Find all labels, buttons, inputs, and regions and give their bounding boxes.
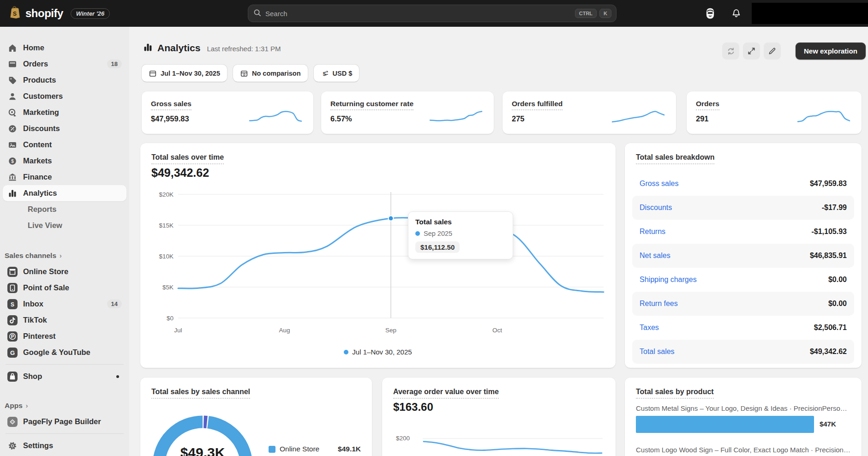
edit-button[interactable] — [764, 42, 781, 60]
sidebar-item-live-view[interactable]: Live View — [3, 217, 126, 234]
sidekick-icon — [705, 7, 715, 19]
metric-card-returning-customer-rate[interactable]: Returning customer rate 6.57% — [321, 91, 494, 134]
sidebar-divider — [6, 433, 124, 434]
expand-button[interactable] — [743, 42, 760, 60]
shopify-bag-icon: S — [8, 6, 21, 21]
sparkline-chart — [428, 106, 484, 126]
notifications-button[interactable] — [728, 6, 744, 21]
table-row: Taxes$2,506.71 — [632, 316, 854, 340]
chart-title[interactable]: Total sales by product — [636, 388, 714, 399]
online-store-icon — [7, 267, 18, 277]
tooltip-series-dot — [415, 231, 420, 236]
sidebar-item-pinterest[interactable]: P Pinterest — [3, 328, 126, 344]
svg-text:$20K: $20K — [159, 191, 174, 198]
tiktok-icon — [7, 315, 18, 325]
expand-icon — [747, 47, 756, 55]
sync-icon — [726, 47, 736, 56]
apps-header[interactable]: Apps › — [0, 397, 129, 414]
sidebar-spacer — [0, 234, 129, 247]
sales-channels-header[interactable]: Sales channels › — [0, 247, 129, 264]
taxes-link[interactable]: Taxes — [640, 324, 659, 332]
auto-refresh-button[interactable] — [722, 42, 739, 60]
sidebar-item-point-of-sale[interactable]: Point of Sale — [3, 280, 126, 296]
legend-swatch-icon — [269, 446, 275, 453]
product-label[interactable]: Custom Logo Wood Sign – Full Color, Exac… — [636, 446, 851, 454]
sidebar-item-customers[interactable]: Customers — [3, 88, 126, 104]
sidebar-item-inbox[interactable]: S Inbox 14 — [3, 296, 126, 312]
total-sales-line-chart[interactable]: $20K$15K$10K$5K$0JulAugSepOct — [151, 189, 605, 342]
sidebar-item-google-youtube[interactable]: G Google & YouTube — [3, 344, 126, 360]
metric-card-gross-sales[interactable]: Gross sales $47,959.83 — [142, 91, 313, 134]
discount-badge-icon — [7, 124, 18, 134]
total-sales-link[interactable]: Total sales — [640, 348, 675, 356]
sidebar-item-tiktok[interactable]: TikTok — [3, 312, 126, 328]
sidebar-item-pagefly[interactable]: PageFly Page Builder — [3, 414, 126, 430]
return-fees-link[interactable]: Return fees — [640, 300, 678, 308]
sidebar-item-settings[interactable]: Settings — [3, 438, 126, 454]
sidebar-item-reports[interactable]: Reports — [3, 201, 126, 217]
product-label[interactable]: Custom Metal Signs – Your Logo, Design &… — [636, 404, 851, 412]
comparison-filter[interactable]: No comparison — [233, 65, 308, 82]
tooltip-value: $16,112.50 — [415, 241, 460, 253]
total-sales-over-time-card: Total sales over time $49,342.62 $20K$15… — [140, 143, 616, 368]
winter-edition-badge[interactable]: Winter '26 — [71, 8, 110, 19]
chevron-right-icon: › — [26, 402, 28, 409]
gear-icon — [7, 441, 18, 451]
svg-text:$10K: $10K — [159, 253, 174, 260]
sidebar-item-online-store[interactable]: Online Store — [3, 264, 126, 280]
search-icon — [253, 8, 262, 19]
pagefly-icon — [7, 417, 18, 427]
bell-icon — [731, 8, 741, 18]
chart-title[interactable]: Total sales by sales channel — [151, 388, 250, 399]
chart-title[interactable]: Average order value over time — [393, 388, 499, 399]
svg-text:$0: $0 — [167, 315, 174, 322]
search-input[interactable] — [265, 10, 572, 18]
global-search[interactable]: CTRL K — [248, 5, 617, 22]
sidebar-item-home[interactable]: Home — [3, 40, 126, 56]
calendar-compare-icon — [240, 69, 248, 78]
orders-icon — [7, 59, 18, 69]
metric-card-orders[interactable]: Orders 291 — [687, 91, 862, 134]
currency-filter[interactable]: $ USD $ — [314, 65, 359, 82]
pinterest-icon: P — [7, 331, 18, 342]
sidebar-item-finance[interactable]: Finance — [3, 169, 126, 185]
sidebar-divider — [6, 364, 124, 365]
store-switcher-redacted[interactable] — [752, 3, 868, 24]
product-bar[interactable] — [636, 416, 814, 433]
shop-notification-dot — [116, 375, 119, 378]
discounts-link[interactable]: Discounts — [640, 204, 672, 212]
sparkline-chart — [248, 106, 303, 126]
shipping-charges-link[interactable]: Shipping charges — [640, 276, 697, 284]
metric-card-orders-fulfilled[interactable]: Orders fulfilled 275 — [503, 91, 676, 134]
inbox-icon: S — [7, 299, 18, 309]
sidebar-item-shop[interactable]: Shop — [3, 368, 126, 384]
returns-link[interactable]: Returns — [640, 228, 665, 236]
gross-sales-link[interactable]: Gross sales — [640, 180, 678, 188]
date-range-filter[interactable]: Jul 1–Nov 30, 2025 — [142, 65, 227, 82]
table-row: Total sales$49,342.62 — [632, 340, 854, 364]
sidebar-item-marketing[interactable]: Marketing — [3, 104, 126, 120]
sidebar-item-analytics[interactable]: Analytics — [3, 185, 126, 201]
total-sales-by-channel-card: Total sales by sales channel $49.3K Onli… — [140, 378, 372, 456]
sparkline-chart — [611, 106, 666, 126]
net-sales-link[interactable]: Net sales — [640, 252, 670, 260]
sidebar: Home Orders 18 Products Customers Market… — [0, 27, 129, 456]
aov-line-chart[interactable] — [393, 430, 605, 456]
sidebar-spacer — [0, 384, 129, 397]
topbar: S shopify Winter '26 CTRL K — [0, 0, 868, 27]
sidebar-item-products[interactable]: Products — [3, 72, 126, 88]
total-sales-breakdown-card: Total sales breakdown Gross sales$47,959… — [625, 143, 862, 368]
new-exploration-button[interactable]: New exploration — [796, 42, 866, 60]
sidebar-item-markets[interactable]: $ Markets — [3, 153, 126, 169]
sidebar-item-content[interactable]: Content — [3, 137, 126, 153]
sidebar-item-discounts[interactable]: Discounts — [3, 120, 126, 137]
breakdown-title[interactable]: Total sales breakdown — [636, 153, 714, 164]
sidekick-button[interactable] — [702, 6, 718, 21]
shopify-logo[interactable]: S shopify Winter '26 — [8, 6, 110, 21]
home-icon — [7, 43, 18, 53]
orders-count-badge: 18 — [107, 60, 122, 68]
sidebar-item-orders[interactable]: Orders 18 — [3, 56, 126, 72]
chart-title[interactable]: Total sales over time — [151, 153, 224, 164]
chart-legend: Jul 1–Nov 30, 2025 — [140, 348, 616, 356]
google-icon: G — [7, 348, 18, 358]
